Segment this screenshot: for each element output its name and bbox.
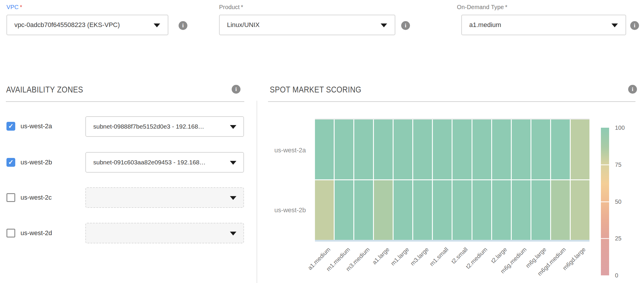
zone-checkbox-us-west-2b[interactable]: ✓: [6, 158, 15, 167]
chevron-down-icon: [381, 23, 387, 27]
subnet-select-us-west-2b[interactable]: subnet-091c603aa82e09453 - 192.168…: [85, 152, 244, 173]
vpc-label-text: VPC: [6, 4, 19, 10]
zone-checkbox-us-west-2a[interactable]: ✓: [6, 122, 15, 131]
spot-score-heatmap: [315, 119, 589, 240]
vpc-select[interactable]: vpc-0adcb70f645508223 (EKS-VPC): [6, 15, 168, 35]
zone-label: us-west-2b: [21, 159, 52, 166]
product-label: Product*: [219, 4, 243, 11]
heatmap-cell-us-west-2a-a1.medium: [315, 119, 334, 179]
heatmap-cell-us-west-2b-t2.large: [492, 180, 511, 240]
availability-zones-divider: [6, 101, 244, 102]
zone-label: us-west-2c: [21, 194, 52, 201]
heatmap-cell-us-west-2b-m6gd.large: [571, 180, 589, 240]
colorbar-tick-label: 100: [615, 124, 638, 131]
heatmap-cell-us-west-2b-m6g.medium: [512, 180, 531, 240]
heatmap-cell-us-west-2b-m1.small: [433, 180, 452, 240]
heatmap-cell-us-west-2b-t2.small: [453, 180, 471, 240]
colorbar-tick-mark: [601, 164, 609, 165]
subnet-select-us-west-2a[interactable]: subnet-09888f7be5152d0e3 - 192.168…: [85, 116, 244, 137]
colorbar-tick-label: 25: [615, 235, 638, 242]
spot-market-scoring-title: SPOT MARKET SCORING: [270, 85, 361, 95]
spot-market-scoring-divider: [268, 101, 635, 102]
product-label-text: Product: [219, 4, 240, 10]
heatmap-cell-us-west-2b-m3.medium: [354, 180, 373, 240]
heatmap-cell-us-west-2b-m3.large: [413, 180, 432, 240]
chevron-down-icon: [611, 23, 618, 27]
heatmap-cell-us-west-2a-m6g.large: [531, 119, 550, 179]
colorbar-tick-mark: [601, 238, 609, 239]
heatmap-row-label: us-west-2a: [249, 146, 306, 154]
vpc-select-value: vpc-0adcb70f645508223 (EKS-VPC): [7, 15, 168, 35]
required-asterisk: *: [241, 4, 243, 10]
product-info-icon[interactable]: i: [401, 21, 410, 30]
vpc-info-icon[interactable]: i: [179, 21, 187, 30]
heatmap-cell-us-west-2a-m1.small: [433, 119, 452, 179]
availability-zones-info-icon[interactable]: i: [232, 85, 240, 94]
availability-zones-title: AVAILABILITY ZONES: [6, 85, 83, 95]
heatmap-cell-us-west-2a-t2.large: [492, 119, 511, 179]
zone-label: us-west-2d: [21, 229, 52, 237]
heatmap-cell-us-west-2a-t2.medium: [472, 119, 491, 179]
heatmap-cell-us-west-2a-a1.large: [374, 119, 393, 179]
heatmap-cell-us-west-2a-m6gd.large: [571, 119, 589, 179]
on-demand-type-info-icon[interactable]: i: [630, 21, 639, 30]
colorbar-tick-mark: [601, 201, 609, 202]
subnet-select-us-west-2c: [85, 187, 244, 208]
colorbar-tick-label: 75: [615, 161, 638, 168]
on-demand-type-label-text: On-Demand Type: [457, 4, 504, 10]
subnet-select-value: subnet-09888f7be5152d0e3 - 192.168…: [86, 117, 243, 136]
heatmap-cell-us-west-2a-m6gd.medium: [551, 119, 570, 179]
heatmap-cell-us-west-2a-m6g.medium: [512, 119, 531, 179]
vpc-label: VPC*: [6, 4, 22, 11]
heatmap-cell-us-west-2a-m3.large: [413, 119, 432, 179]
product-select-value: Linux/UNIX: [220, 15, 395, 35]
heatmap-cell-us-west-2b-m1.medium: [335, 180, 353, 240]
zone-checkbox-us-west-2d[interactable]: [6, 229, 15, 237]
zone-checkbox-us-west-2c[interactable]: [6, 193, 15, 202]
heatmap-cell-us-west-2b-a1.medium: [315, 180, 334, 240]
on-demand-type-label: On-Demand Type*: [457, 4, 507, 11]
heatmap-cell-us-west-2b-m1.large: [394, 180, 412, 240]
score-colorbar: [601, 128, 609, 275]
heatmap-row-label: us-west-2b: [249, 206, 306, 214]
heatmap-axis-line: [315, 240, 589, 242]
heatmap-cell-us-west-2a-m1.medium: [335, 119, 353, 179]
spot-market-configuration-page: VPC* vpc-0adcb70f645508223 (EKS-VPC) i P…: [0, 0, 644, 283]
heatmap-cell-us-west-2b-m6g.large: [531, 180, 550, 240]
on-demand-type-select-value: a1.medium: [462, 15, 626, 35]
heatmap-cell-us-west-2b-t2.medium: [472, 180, 491, 240]
zone-label: us-west-2a: [21, 122, 52, 130]
heatmap-cell-us-west-2a-m1.large: [394, 119, 412, 179]
chevron-down-icon: [154, 23, 160, 27]
chevron-down-icon: [230, 125, 236, 129]
product-select[interactable]: Linux/UNIX: [219, 15, 395, 35]
on-demand-type-select[interactable]: a1.medium: [461, 15, 626, 35]
subnet-select-us-west-2d: [85, 223, 244, 243]
required-asterisk: *: [505, 4, 507, 10]
colorbar-tick-label: 50: [615, 198, 638, 205]
spot-market-scoring-info-icon[interactable]: i: [628, 85, 637, 94]
chevron-down-icon: [230, 196, 236, 200]
heatmap-cell-us-west-2b-a1.large: [374, 180, 393, 240]
heatmap-cell-us-west-2b-m6gd.medium: [551, 180, 570, 240]
subnet-select-value: subnet-091c603aa82e09453 - 192.168…: [86, 153, 243, 172]
chevron-down-icon: [230, 161, 236, 165]
chevron-down-icon: [230, 232, 236, 235]
colorbar-tick-label: 0: [615, 272, 638, 279]
panel-divider: [257, 101, 257, 283]
heatmap-cell-us-west-2a-m3.medium: [354, 119, 373, 179]
required-asterisk: *: [20, 4, 22, 10]
heatmap-cell-us-west-2a-t2.small: [453, 119, 471, 179]
